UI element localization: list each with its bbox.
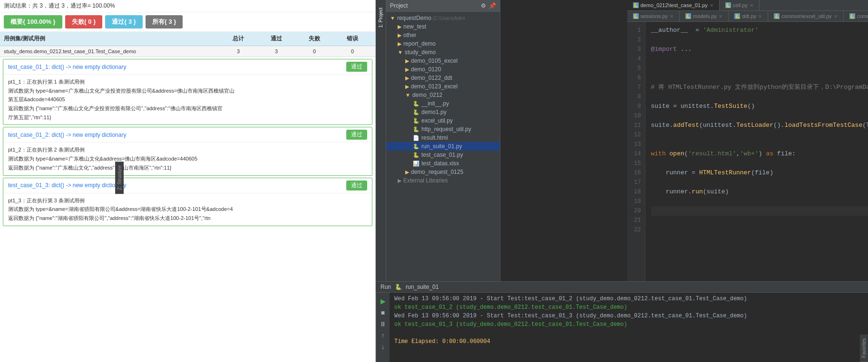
scroll-down-button[interactable]: ↓ [378, 342, 388, 352]
run-header: Run 🐍 run_suite_01 [376, 282, 868, 293]
button-row: 概要{ 100.00% } 失败{ 0 } 通过{ 3 } 所有{ 3 } [0, 12, 375, 32]
ln-13: 13 [627, 140, 645, 149]
tree-item-study-demo[interactable]: ▼ study_demo [386, 48, 500, 57]
ln-8: 8 [627, 92, 645, 102]
tab-excel-util[interactable]: 🐍 common\excel_util.py ✕ [768, 11, 844, 21]
editor-tabs-row2: 🐍 sessions.py ✕ 🐍 models.py ✕ 🐍 ddt.py ✕… [627, 11, 868, 22]
tree-item-ext-libs[interactable]: ▶ External Libraries [386, 176, 500, 185]
test-case-name: test_case_01_3: dict() -> new empty dict… [8, 182, 126, 189]
xlsx-file-icon: 📊 [413, 161, 419, 167]
tree-item-test-datas[interactable]: 📊 test_datas.xlsx [386, 159, 500, 168]
tab-models[interactable]: 🐍 models.py ✕ [680, 11, 729, 21]
ln-4: 4 [627, 54, 645, 64]
col-header-name: 用例集/测试用例 [4, 35, 219, 43]
code-line-18: runner.run(suite) [651, 187, 868, 197]
fail-button[interactable]: 失败{ 0 } [65, 15, 103, 29]
results-scroll[interactable]: test_case_01_1: dict() -> new empty dict… [0, 57, 375, 362]
tab-label: common\test_case_01.py [857, 13, 868, 19]
tree-item-demo0212[interactable]: ▼ demo_0212 [386, 91, 500, 99]
py-file-icon: 🐍 [413, 126, 419, 133]
ln-16: 16 [627, 168, 645, 178]
tree-item-demo-req[interactable]: ▶ demo_request_0125 [386, 168, 500, 176]
tab-ddt[interactable]: 🐍 ddt.py ✕ [729, 11, 768, 21]
lib-icon: ▶ [398, 178, 401, 184]
ln-20: 20 [627, 206, 645, 216]
py-tab-icon: 🐍 [725, 2, 731, 8]
code-line-1: __author__ = 'Administrator' [651, 26, 868, 35]
run-content[interactable]: Wed Feb 13 09:56:00 2019 - Start Test:te… [390, 293, 860, 362]
run-line-2: ok test_case_01_2 (study_demo.demo_0212.… [394, 303, 855, 312]
tab-cell[interactable]: 🐍 cell.py ✕ [720, 0, 760, 10]
tree-label: excel_util.py [421, 117, 453, 124]
tree-item-demo0105[interactable]: ▶ demo_0105_excel [386, 57, 500, 65]
py-file-icon: 🐍 [413, 118, 419, 124]
play-button[interactable]: ▶ [378, 296, 388, 306]
test-case-name: test_case_01_1: dict() -> new empty dict… [8, 64, 126, 70]
tab-common-test[interactable]: 🐍 common\test_case_01.py ✕ [844, 11, 868, 21]
code-line-9: suite = unittest.TestSuite() [651, 102, 868, 111]
ln-1: 1 [627, 26, 645, 35]
tree-item-excel-util[interactable]: 🐍 excel_util.py [386, 116, 500, 125]
tree-root-path: (C:\Users\Admi [431, 16, 465, 21]
favorites-tab[interactable]: Favorites [860, 334, 868, 362]
tree-item-new-test[interactable]: ▶ new_test [386, 22, 500, 31]
close-icon[interactable]: ✕ [758, 14, 762, 19]
close-icon[interactable]: ✕ [710, 3, 713, 8]
tree-label: report_demo [403, 40, 436, 47]
close-icon[interactable]: ✕ [834, 14, 838, 19]
code-line-21 [651, 216, 868, 225]
tree-item-run-suite[interactable]: 🐍 run_suite_01.py [386, 142, 500, 151]
tab-test-case-01[interactable]: 🐍 demo_0212\test_case_01.py ✕ [627, 0, 720, 10]
tree-item-demo1[interactable]: 🐍 demo1.py [386, 108, 500, 116]
folder-icon: ▶ [405, 75, 409, 81]
test-case-block: test_case_01_3: dict() -> new empty dict… [3, 178, 372, 226]
tree-item-demo0123[interactable]: ▶ demo_0123_excel [386, 82, 500, 91]
close-icon[interactable]: ✕ [750, 3, 753, 8]
tree-item-test-case[interactable]: 🐍 test_case_01.py [386, 151, 500, 159]
editor-content[interactable]: 1 2 3 4 5 6 7 8 9 10 11 12 13 14 15 16 1 [627, 22, 868, 281]
pause-button[interactable]: ⏸ [378, 319, 388, 329]
stop-button[interactable]: ■ [378, 308, 388, 317]
close-icon[interactable]: ✕ [670, 14, 673, 19]
py-file-icon: 🐍 [413, 101, 419, 107]
tree-item-http-util[interactable]: 🐍 http_request_util.py [386, 125, 500, 133]
tree-root[interactable]: ▼ requestDemo (C:\Users\Admi [386, 14, 500, 22]
project-tab-label[interactable]: 1: Project [377, 4, 385, 31]
code-line-19 [651, 197, 868, 206]
code-line-13 [651, 140, 868, 149]
tree-content[interactable]: ▼ requestDemo (C:\Users\Admi ▶ new_test … [386, 12, 500, 281]
tree-item-report-demo[interactable]: ▶ report_demo [386, 39, 500, 48]
run-suite-name: run_suite_01 [406, 284, 439, 290]
tab-sessions[interactable]: 🐍 sessions.py ✕ [627, 11, 680, 21]
folder-icon: ▶ [405, 67, 409, 73]
tree-item-demo0120[interactable]: ▶ demo_0120 [386, 65, 500, 74]
summary-button[interactable]: 概要{ 100.00% } [4, 15, 62, 29]
tree-label: other [403, 32, 416, 38]
scroll-up-button[interactable]: ↑ [378, 331, 388, 340]
tab-label: cell.py [733, 2, 748, 8]
code-line-2 [651, 35, 868, 45]
tree-item-other[interactable]: ▶ other [386, 31, 500, 39]
settings-icon[interactable]: ⚙ [481, 2, 486, 9]
all-button[interactable]: 所有{ 3 } [146, 15, 183, 29]
run-toolbar: ▶ ■ ⏸ ↑ ↓ [376, 293, 390, 362]
suite-error: 0 [333, 48, 371, 54]
pin-icon[interactable]: 📌 [489, 2, 496, 9]
test-case-header: test_case_01_2: dict() -> new empty dict… [3, 127, 372, 142]
code-lines[interactable]: __author__ = 'Administrator' @import ...… [645, 22, 868, 281]
close-icon[interactable]: ✕ [719, 14, 722, 19]
pass-button[interactable]: 通过{ 3 } [105, 15, 143, 29]
tree-label: demo_0120 [411, 66, 441, 73]
tree-label: new_test [403, 23, 426, 30]
tree-label: test_case_01.py [421, 152, 463, 158]
left-panel: 测试结果：共 3，通过 3，通过率= 100.00% 概要{ 100.00% }… [0, 0, 376, 362]
tree-item-init[interactable]: 🐍 __init__.py [386, 99, 500, 108]
py-tab-icon: 🐍 [633, 13, 639, 19]
tree-item-result-html[interactable]: 📄 result.html [386, 133, 500, 142]
test-case-detail: pt1_2：正在执行第 2 条测试用例 测试数据为 type=&name=广东樵… [3, 142, 372, 175]
tree-item-demo0122[interactable]: ▶ demo_0122_ddt [386, 74, 500, 82]
tab-label: common\excel_util.py [781, 13, 832, 19]
py-file-icon: 🐍 [413, 109, 419, 115]
run-icon: 🐍 [395, 284, 402, 290]
code-line-22 [651, 225, 868, 235]
